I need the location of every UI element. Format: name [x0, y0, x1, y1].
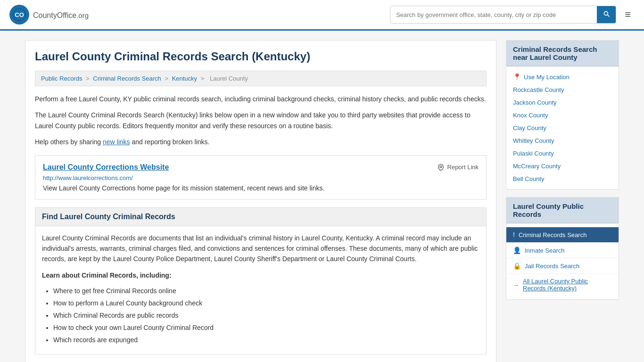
- hamburger-menu-icon[interactable]: ≡: [621, 7, 635, 23]
- desc3-suffix: and reporting broken links.: [130, 138, 210, 146]
- pub-rec-inmate-search[interactable]: 👤 Inmate Search: [506, 243, 619, 258]
- description-2: The Laurel County Criminal Records Searc…: [35, 110, 487, 131]
- public-records-body: ! Criminal Records Search 👤 Inmate Searc…: [506, 223, 619, 299]
- learn-list: Where to get free Criminal Records onlin…: [42, 286, 479, 345]
- search-button[interactable]: [597, 6, 616, 23]
- pub-rec-jail-records[interactable]: 🔒 Jail Records Search: [506, 258, 619, 274]
- breadcrumb: Public Records > Criminal Records Search…: [35, 71, 487, 86]
- content-area: Laurel County Criminal Records Search (K…: [25, 40, 496, 362]
- sidebar-item-clay[interactable]: Clay County: [506, 122, 619, 134]
- sidebar-item-knox[interactable]: Knox County: [506, 109, 619, 122]
- sidebar-item-rockcastle[interactable]: Rockcastle County: [506, 83, 619, 96]
- header-right: ≡: [390, 6, 635, 24]
- find-section-body: Laurel County Criminal Records are docum…: [35, 226, 486, 354]
- main-container: Laurel County Criminal Records Search (K…: [16, 31, 628, 362]
- resource-description: View Laurel County Corrections home page…: [43, 184, 479, 192]
- breadcrumb-kentucky[interactable]: Kentucky: [172, 75, 197, 82]
- use-my-location[interactable]: 📍 Use My Location: [506, 70, 619, 83]
- public-records-box: Laurel County Public Records ! Criminal …: [506, 197, 619, 300]
- arrow-icon: →: [513, 281, 519, 288]
- resource-title[interactable]: Laurel County Corrections Website: [43, 163, 169, 172]
- sidebar-item-mccreary[interactable]: McCreary County: [506, 160, 619, 173]
- breadcrumb-sep-2: >: [165, 75, 170, 82]
- inmate-search-icon: 👤: [513, 247, 521, 254]
- jail-records-link[interactable]: Jail Records Search: [525, 263, 579, 270]
- page-title: Laurel County Criminal Records Search (K…: [35, 50, 487, 63]
- criminal-records-link[interactable]: Criminal Records Search: [519, 231, 587, 239]
- description-1: Perform a free Laurel County, KY public …: [35, 94, 487, 104]
- nearby-header: Criminal Records Search near Laurel Coun…: [506, 41, 619, 66]
- criminal-records-icon: !: [513, 231, 515, 239]
- header: CO CountyOffice.org ≡: [0, 0, 644, 31]
- sidebar-item-pulaski[interactable]: Pulaski County: [506, 147, 619, 160]
- find-section-body-text: Laurel County Criminal Records are docum…: [42, 233, 479, 264]
- all-records-item[interactable]: → All Laurel County Public Records (Kent…: [506, 274, 619, 296]
- resource-url[interactable]: http://www.laurelcorrections.com/: [43, 174, 479, 181]
- svg-point-2: [440, 165, 442, 167]
- find-section-header: Find Laurel County Criminal Records: [35, 208, 486, 226]
- jail-records-icon: 🔒: [513, 262, 521, 270]
- pin-icon: 📍: [513, 73, 521, 81]
- use-my-location-label: Use My Location: [524, 74, 570, 81]
- list-item: Which Criminal Records are public record…: [53, 311, 479, 321]
- report-link[interactable]: Report Link: [437, 164, 479, 171]
- report-link-label: Report Link: [447, 164, 479, 171]
- search-bar: [390, 6, 616, 24]
- desc3-prefix: Help others by sharing: [35, 138, 103, 146]
- new-links-link[interactable]: new links: [103, 138, 130, 146]
- breadcrumb-criminal-records[interactable]: Criminal Records Search: [93, 75, 161, 82]
- sidebar-item-whitley[interactable]: Whitley County: [506, 134, 619, 147]
- list-item: Where to get free Criminal Records onlin…: [53, 286, 479, 296]
- list-item: How to perform a Laurel County backgroun…: [53, 298, 479, 308]
- description-3: Help others by sharing new links and rep…: [35, 137, 487, 147]
- breadcrumb-laurel-county: Laurel County: [210, 75, 248, 82]
- breadcrumb-sep-3: >: [201, 75, 206, 82]
- pub-rec-criminal-records[interactable]: ! Criminal Records Search: [506, 227, 619, 243]
- svg-text:CO: CO: [15, 11, 24, 18]
- all-records-link[interactable]: All Laurel County Public Records (Kentuc…: [523, 278, 612, 292]
- find-section: Find Laurel County Criminal Records Laur…: [35, 207, 487, 355]
- logo-text: CountyOffice.org: [33, 9, 89, 20]
- list-item: How to check your own Laurel County Crim…: [53, 323, 479, 333]
- nearby-body: 📍 Use My Location Rockcastle County Jack…: [506, 66, 619, 189]
- logo-icon: CO: [9, 5, 29, 25]
- public-records-header: Laurel County Public Records: [506, 197, 619, 223]
- breadcrumb-public-records[interactable]: Public Records: [41, 75, 82, 82]
- search-input[interactable]: [390, 8, 597, 22]
- sidebar-item-jackson[interactable]: Jackson County: [506, 96, 619, 109]
- inmate-search-link[interactable]: Inmate Search: [525, 247, 565, 254]
- breadcrumb-sep-1: >: [86, 75, 91, 82]
- resource-card-header: Laurel County Corrections Website Report…: [43, 163, 479, 172]
- sidebar: Criminal Records Search near Laurel Coun…: [506, 40, 619, 362]
- learn-title: Learn about Criminal Records, including:: [42, 270, 479, 280]
- logo-area: CO CountyOffice.org: [9, 5, 89, 25]
- resource-card: Laurel County Corrections Website Report…: [35, 155, 487, 200]
- sidebar-item-bell[interactable]: Bell County: [506, 173, 619, 185]
- nearby-counties-box: Criminal Records Search near Laurel Coun…: [506, 40, 619, 189]
- list-item: Which records are expunged: [53, 335, 479, 345]
